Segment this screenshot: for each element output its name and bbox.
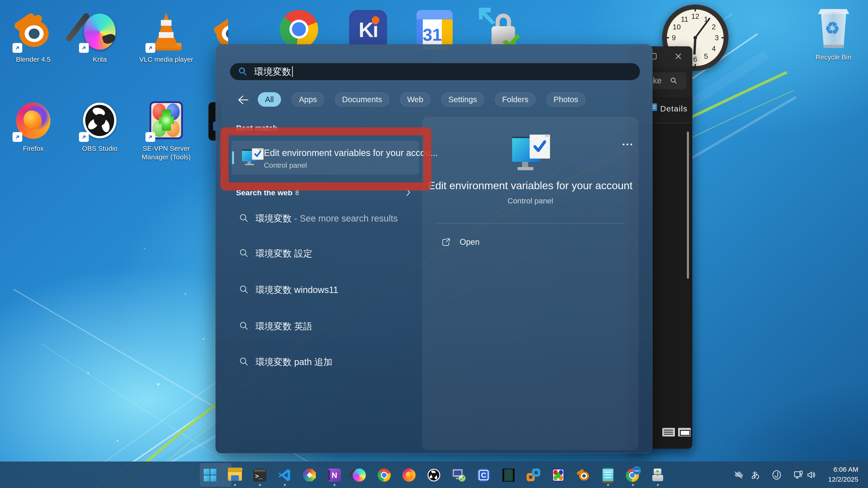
- scrollbar[interactable]: [687, 132, 689, 279]
- svg-text:10: 10: [673, 23, 681, 31]
- taskbar-krita[interactable]: [350, 466, 368, 484]
- taskbar-terminal[interactable]: >_: [251, 466, 269, 484]
- desktop-icon-krita[interactable]: Krita: [68, 11, 131, 64]
- taskbar-softether[interactable]: [550, 466, 567, 484]
- close-icon: [674, 52, 682, 60]
- robot-app-icon: [652, 468, 663, 482]
- taskbar-robot-app[interactable]: [649, 466, 666, 484]
- tab-documents[interactable]: Documents: [335, 92, 389, 107]
- search-icon: [239, 356, 249, 367]
- environment-variables-icon-large: [512, 137, 550, 175]
- close-button[interactable]: [674, 52, 682, 60]
- desktop-icon-sevpn[interactable]: SE-VPN ServerManager (Tools): [134, 100, 198, 161]
- web-suggestion-row[interactable]: 環境変数 英語: [231, 316, 412, 336]
- tray-clock[interactable]: 6:06 AM 12/2/2025: [818, 464, 858, 484]
- desktop-icon-vlc[interactable]: VLC media player: [134, 11, 198, 64]
- svg-text:5: 5: [704, 52, 708, 60]
- desktop-icon-recycle-bin[interactable]: ♻ Recycle Bin: [802, 9, 865, 62]
- chrome-icon: [280, 10, 318, 48]
- web-suggestion-row[interactable]: 環境変数 設定: [231, 243, 412, 263]
- shortcut-arrow-icon: [145, 132, 155, 142]
- prism-launcher-icon: [303, 468, 316, 482]
- taskbar-onenote[interactable]: N: [326, 466, 343, 484]
- taskbar-firefox[interactable]: [400, 466, 418, 484]
- volume-tray-icon[interactable]: [805, 469, 817, 481]
- desktop-icon-firefox[interactable]: Firefox: [2, 100, 65, 153]
- network-tray-icon[interactable]: [793, 469, 804, 481]
- search-input[interactable]: 環境変数: [230, 63, 640, 80]
- taskbar-vscode[interactable]: [276, 466, 293, 484]
- open-action[interactable]: Open: [436, 232, 624, 253]
- preview-title: Edit environment variables for your acco…: [422, 179, 639, 192]
- search-filter-tabs: All Apps Documents Web Settings Folders …: [258, 92, 585, 107]
- svg-text:4: 4: [712, 44, 716, 53]
- dark-app-icon: [502, 468, 515, 482]
- vmware-icon: [527, 468, 540, 482]
- search-icon: [239, 248, 249, 258]
- back-arrow-icon: [237, 94, 250, 106]
- card-view-button[interactable]: [678, 428, 691, 436]
- tray-date: 12/2/2025: [818, 475, 858, 484]
- tab-web[interactable]: Web: [400, 92, 431, 107]
- web-suggestion-row[interactable]: 環境変数 windows11: [231, 280, 412, 300]
- taskbar-chrome[interactable]: [375, 466, 393, 484]
- tab-folders[interactable]: Folders: [495, 92, 536, 107]
- web-suggestion-row[interactable]: 環境変数 - See more search results: [231, 208, 412, 228]
- taskbar-obs[interactable]: [425, 466, 443, 484]
- details-label: Details: [660, 104, 688, 113]
- onedrive-tray-icon[interactable]: [733, 469, 744, 481]
- taskbar-vmware[interactable]: [525, 466, 542, 484]
- calendar-icon: 31: [416, 10, 453, 50]
- taskbar-notepad[interactable]: [599, 466, 617, 484]
- app-tray-icon[interactable]: [771, 469, 782, 481]
- running-indicator: [259, 484, 261, 486]
- shortcut-arrow-icon: [145, 43, 155, 53]
- krita-icon: [353, 468, 366, 482]
- start-button[interactable]: [201, 466, 219, 484]
- search-query-text: 環境変数: [254, 66, 291, 78]
- running-indicator: [284, 484, 286, 486]
- tab-settings[interactable]: Settings: [441, 92, 484, 107]
- list-view-button[interactable]: [662, 428, 675, 436]
- back-button[interactable]: [237, 94, 250, 106]
- web-suggestion-row[interactable]: 環境変数 path 追加: [231, 352, 412, 372]
- ethernet-icon: [793, 469, 804, 480]
- desktop-icon-obs[interactable]: OBS Studio: [68, 100, 131, 153]
- search-flyout-panel: 環境変数 All Apps Documents Web Settings Fol…: [215, 44, 653, 453]
- desktop-icon-label: Krita: [68, 55, 131, 64]
- file-explorer-icon: [228, 469, 242, 481]
- running-indicator: [234, 484, 236, 486]
- windows-logo-icon: [204, 469, 216, 482]
- desktop-screen: Blender 4.5 Krita VLC media player Ki 31…: [0, 0, 868, 488]
- desktop-icon-label: Blender 4.5: [2, 55, 65, 64]
- taskbar-chrome-intel[interactable]: intel: [624, 466, 642, 484]
- search-icon: [239, 213, 249, 223]
- ime-tray-icon[interactable]: あ: [750, 469, 761, 481]
- taskbar-c-app[interactable]: C: [475, 466, 492, 484]
- desktop-icon-label: Firefox: [2, 144, 65, 153]
- tab-all[interactable]: All: [258, 92, 281, 107]
- taskbar-file-explorer[interactable]: [226, 466, 244, 484]
- taskbar-dark-app[interactable]: [500, 466, 517, 484]
- tab-apps[interactable]: Apps: [292, 92, 324, 107]
- firefox-icon: [402, 468, 415, 482]
- desktop-icon-label: Recycle Bin: [802, 53, 865, 62]
- remote-desktop-icon: ⤢: [452, 468, 466, 482]
- terminal-icon: >_: [253, 468, 266, 482]
- tab-photos[interactable]: Photos: [546, 92, 585, 107]
- shortcut-arrow-icon: [12, 132, 22, 142]
- taskbar-prism-launcher[interactable]: [301, 466, 318, 484]
- desktop-icon-blender[interactable]: Blender 4.5: [2, 11, 65, 64]
- open-external-icon: [441, 237, 451, 247]
- svg-text:9: 9: [672, 34, 676, 42]
- vscode-icon: [278, 468, 291, 482]
- svg-text:6: 6: [693, 55, 697, 63]
- blender-icon: [576, 469, 590, 482]
- running-indicator: [632, 484, 634, 486]
- taskbar-blender[interactable]: [574, 466, 592, 484]
- intel-badge-icon: intel: [632, 466, 641, 475]
- taskbar-remote-desktop[interactable]: ⤢: [450, 466, 468, 484]
- svg-text:11: 11: [681, 15, 688, 23]
- divider: [436, 223, 625, 224]
- preview-pane: Edit environment variables for your acco…: [422, 117, 639, 450]
